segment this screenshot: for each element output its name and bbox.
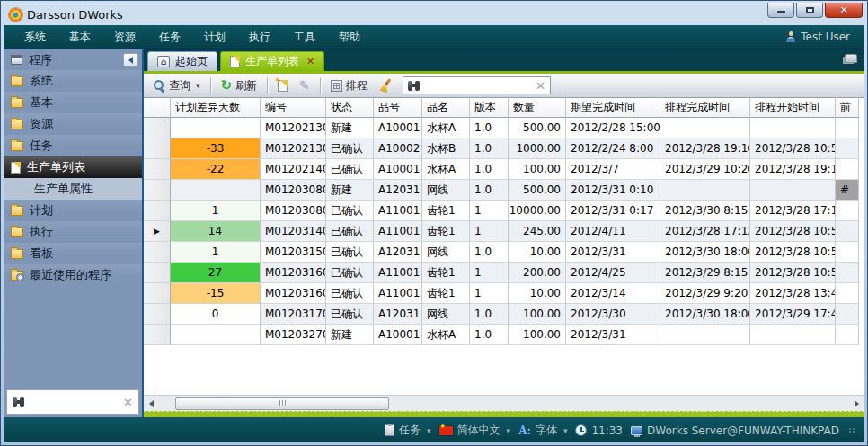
sidebar-collapse-button[interactable]	[123, 53, 138, 67]
menu-item-6[interactable]: 工具	[282, 26, 327, 49]
maximize-button[interactable]	[796, 3, 823, 18]
task-menu[interactable]: 任务 ▾	[385, 423, 431, 438]
clean-button[interactable]	[376, 77, 396, 94]
sidebar-item-系统[interactable]: 系统	[4, 70, 142, 92]
cell-status: 已确认	[326, 159, 374, 180]
row-selector[interactable]	[144, 242, 171, 263]
minimize-button[interactable]	[767, 3, 794, 18]
menu-item-3[interactable]: 任务	[147, 26, 192, 49]
column-header-due[interactable]: 期望完成时间	[566, 98, 660, 118]
column-header-start[interactable]: 排程开始时间	[750, 98, 836, 118]
sidebar-item-基本[interactable]: 基本	[4, 92, 142, 113]
table-row[interactable]: -22M012021401已确认A10001水杯A1.0100.002012/3…	[144, 159, 864, 180]
server-icon	[631, 426, 642, 435]
refresh-button[interactable]: ↻ 刷新	[217, 76, 261, 95]
resize-grip-icon[interactable]	[849, 428, 855, 433]
schedule-button[interactable]: 排程	[327, 76, 371, 95]
cell-diff	[171, 325, 261, 345]
table-row[interactable]: 0M012031701已确认A12031网线1.0100.002012/3/30…	[144, 304, 864, 325]
clock-item: 11:33	[575, 424, 623, 437]
table-row[interactable]: M012032701新建A10001水杯A1.0100.002012/3/31	[144, 325, 864, 345]
sidebar-item-看板[interactable]: 看板	[4, 243, 142, 264]
menu-item-5[interactable]: 执行	[237, 26, 282, 49]
table-row[interactable]: -33M012021302已确认A10002水杯B1.01000.002012/…	[144, 138, 864, 159]
sidebar-item-最近使用的程序[interactable]: 最近使用的程序	[4, 264, 142, 286]
column-header-diff[interactable]: 计划差异天数	[171, 98, 261, 118]
cell-pn: A11001	[374, 263, 422, 283]
tab-起始页[interactable]: ⌂起始页	[147, 51, 217, 71]
table-row[interactable]: M012030801新建A12031网线1.0500.002012/3/31 0…	[144, 180, 864, 201]
clear-search-icon[interactable]: ✕	[536, 80, 545, 92]
cell-name: 网线	[422, 242, 470, 263]
folder-icon	[11, 120, 23, 129]
row-selector[interactable]	[144, 304, 171, 325]
row-selector[interactable]: ▶	[144, 221, 171, 242]
panel-icon[interactable]	[845, 54, 857, 63]
sidebar-search-input[interactable]	[26, 396, 123, 408]
menu-item-4[interactable]: 计划	[192, 26, 237, 49]
tab-close-icon[interactable]: ✕	[306, 56, 314, 67]
edit-button[interactable]: ✎	[296, 78, 314, 94]
server-name: DWorks Server@FUNWAY-THINKPAD	[647, 424, 839, 437]
sidebar-item-任务[interactable]: 任务	[4, 135, 142, 156]
table-row[interactable]: 1M012030802已确认A11001齿轮1110000.002012/3/3…	[144, 201, 864, 221]
row-selector[interactable]	[144, 159, 171, 180]
new-button[interactable]	[274, 78, 291, 94]
sidebar-item-生产单列表[interactable]: 生产单列表	[4, 156, 142, 178]
row-selector[interactable]	[144, 138, 171, 159]
language-menu[interactable]: 简体中文 ▾	[439, 423, 511, 438]
sidebar-header: 程序	[4, 49, 142, 70]
cell-pn: A11001	[374, 283, 422, 304]
cell-ver: 1.0	[470, 242, 509, 263]
scroll-right-button[interactable]	[849, 397, 864, 411]
sidebar-item-生产单属性[interactable]: 生产单属性	[4, 178, 142, 200]
scrollbar-track[interactable]	[159, 397, 849, 411]
row-selector[interactable]	[144, 263, 171, 283]
column-header-ver[interactable]: 版本	[470, 98, 509, 118]
cell-fin: 2012/3/30 8:15	[660, 201, 750, 221]
table-search-input[interactable]	[425, 79, 532, 92]
menu-item-7[interactable]: 帮助	[327, 26, 372, 49]
clear-search-icon[interactable]: ✕	[123, 397, 133, 408]
row-selector[interactable]	[144, 325, 171, 345]
tab-生产单列表[interactable]: 生产单列表✕	[220, 51, 324, 71]
cell-ver: 1.0	[470, 325, 509, 345]
sidebar-item-label: 生产单列表	[27, 159, 85, 175]
menu-item-0[interactable]: 系统	[13, 26, 58, 49]
row-selector[interactable]	[144, 201, 171, 221]
folder-recent-icon	[11, 271, 23, 281]
sidebar-item-计划[interactable]: 计划	[4, 200, 142, 221]
close-button[interactable]: ✕	[825, 3, 863, 18]
cell-num: M012021302	[261, 138, 326, 159]
table-row[interactable]: 27M012031601已确认A11001齿轮11200.002012/4/25…	[144, 263, 864, 283]
horizontal-scrollbar[interactable]	[144, 395, 864, 411]
column-header-status[interactable]: 状态	[326, 98, 374, 118]
column-header-pn[interactable]: 品号	[374, 98, 422, 118]
table-row[interactable]: 1M012031501已确认A12031网线1.010.002012/3/312…	[144, 242, 864, 263]
column-header-extra[interactable]: 前	[836, 98, 859, 118]
column-header-qty[interactable]: 数量	[509, 98, 566, 118]
row-selector[interactable]	[144, 180, 171, 201]
table-row[interactable]: M012021301新建A10001水杯A1.0500.002012/2/28 …	[144, 118, 864, 138]
row-selector[interactable]	[144, 283, 171, 304]
column-header-num[interactable]: 编号	[261, 98, 326, 118]
cell-pn: A12031	[374, 242, 422, 263]
scrollbar-thumb[interactable]	[175, 397, 389, 410]
sidebar-item-执行[interactable]: 执行	[4, 221, 142, 243]
font-menu[interactable]: A: 字体 ▾	[518, 423, 567, 438]
sidebar-item-资源[interactable]: 资源	[4, 113, 142, 135]
cell-ver: 1.0	[470, 118, 509, 138]
sidebar-item-label: 系统	[30, 73, 53, 89]
table-row[interactable]: ▶14M012031402已确认A11001齿轮11245.002012/4/1…	[144, 221, 864, 242]
menu-item-1[interactable]: 基本	[58, 26, 102, 49]
scroll-left-button[interactable]	[144, 397, 159, 411]
column-header-name[interactable]: 品名	[422, 98, 470, 118]
row-selector[interactable]	[144, 118, 171, 138]
user-info[interactable]: Test User	[785, 31, 855, 43]
query-button[interactable]: 查询 ▾	[149, 76, 204, 95]
cell-num: M012030801	[261, 180, 326, 201]
cell-pn: A12031	[374, 304, 422, 325]
column-header-fin[interactable]: 排程完成时间	[660, 98, 750, 118]
table-row[interactable]: -15M012031602已确认A11001齿轮1110.002012/3/14…	[144, 283, 864, 304]
menu-item-2[interactable]: 资源	[102, 26, 147, 49]
